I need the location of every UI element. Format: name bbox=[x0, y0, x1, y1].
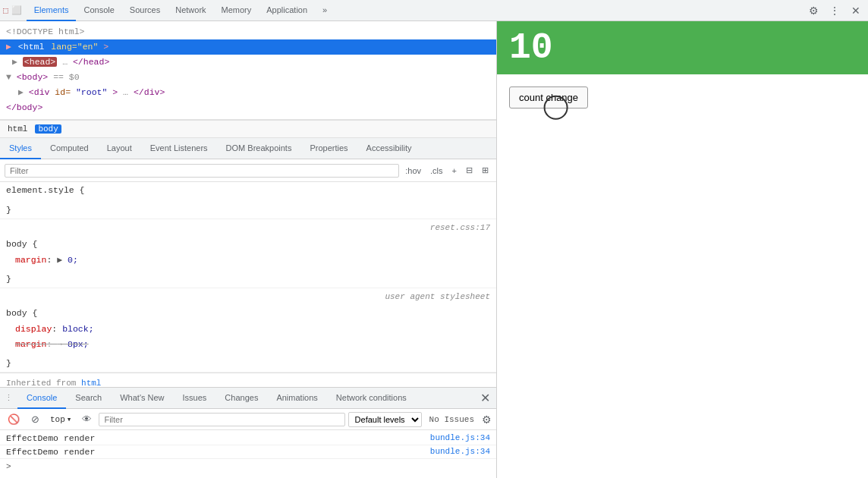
styles-filter-input[interactable] bbox=[5, 164, 399, 178]
console-context-label: top bbox=[50, 415, 65, 424]
console-tab-issues[interactable]: Issues bbox=[174, 388, 216, 409]
console-toolbar: 🚫 ⊘ top ▾ 👁 Default levels No Issues ⚙ bbox=[0, 409, 496, 430]
div-close: > bbox=[112, 87, 118, 97]
app-header: 10 bbox=[497, 21, 868, 74]
devtools-device-icon[interactable]: ⬜ bbox=[11, 5, 22, 15]
add-style-button[interactable]: + bbox=[449, 165, 460, 177]
console-tab-network-conditions[interactable]: Network conditions bbox=[327, 388, 416, 409]
dom-line-html[interactable]: ▶ <html lang="en" > bbox=[0, 39, 496, 55]
sub-tab-dom-breakpoints[interactable]: DOM Breakpoints bbox=[217, 138, 301, 159]
dom-line-body-close: </body> bbox=[0, 100, 496, 115]
console-filter-input[interactable] bbox=[99, 413, 344, 426]
sub-tab-styles[interactable]: Styles bbox=[0, 138, 41, 159]
sub-tab-properties[interactable]: Properties bbox=[300, 138, 357, 159]
div-id-attr: id= bbox=[55, 87, 71, 97]
log-text-2: EffectDemo render bbox=[6, 447, 95, 457]
cls-button[interactable]: .cls bbox=[427, 165, 446, 177]
html-tag-highlight: <html bbox=[17, 42, 46, 52]
count-change-label: count change bbox=[519, 92, 578, 103]
div-ellipsis: … bbox=[123, 87, 134, 97]
console-caret[interactable]: > bbox=[0, 459, 496, 474]
tab-elements[interactable]: Elements bbox=[27, 0, 77, 21]
more-icon[interactable]: ⋮ bbox=[826, 2, 844, 20]
inherited-header: Inherited from html bbox=[0, 373, 496, 387]
console-eye-icon[interactable]: 👁 bbox=[77, 410, 96, 429]
reset-css-props: margin: ▶ 0; bbox=[0, 253, 496, 271]
reset-css-section: reset.css:17 body { margin: ▶ 0; } bbox=[0, 219, 496, 288]
log-link-1[interactable]: bundle.js:34 bbox=[430, 433, 490, 443]
body-arrow: ▼ bbox=[6, 72, 17, 82]
dom-line-head[interactable]: ▶ <head> … </head> bbox=[0, 55, 496, 70]
margin-s-name: margin bbox=[15, 339, 46, 349]
margin-arrow[interactable]: ▶ bbox=[57, 255, 62, 265]
console-panel: ⋮ Console Search What's New Issues Chang… bbox=[0, 387, 496, 478]
display-prop: display: block; bbox=[15, 322, 490, 337]
dom-line-body[interactable]: ▼ <body> == $0 bbox=[0, 70, 496, 85]
tab-memory[interactable]: Memory bbox=[214, 0, 259, 21]
hov-button[interactable]: :hov bbox=[402, 165, 424, 177]
log-text-1: EffectDemo render bbox=[6, 433, 95, 443]
console-tab-whats-new[interactable]: What's New bbox=[111, 388, 173, 409]
user-agent-source: user agent stylesheet bbox=[385, 290, 490, 303]
count-display: 10 bbox=[509, 27, 553, 68]
display-prop-name: display bbox=[15, 324, 52, 334]
div-arrow: ▶ bbox=[18, 87, 29, 97]
main-layout: <!DOCTYPE html> ▶ <html lang="en" > ▶ <h… bbox=[0, 21, 868, 478]
tab-console[interactable]: Console bbox=[76, 0, 121, 21]
count-change-button[interactable]: count change bbox=[509, 86, 588, 108]
console-gear-icon[interactable]: ⚙ bbox=[482, 414, 492, 426]
margin-arrow-icon: → bbox=[57, 339, 68, 349]
app-preview: 10 count change bbox=[497, 21, 868, 478]
html-open-arrow: ▶ bbox=[6, 42, 17, 52]
dom-line-doctype: <!DOCTYPE html> bbox=[0, 24, 496, 39]
display-prop-value: block; bbox=[62, 324, 93, 334]
reset-css-source[interactable]: reset.css:17 bbox=[430, 221, 490, 234]
margin-prop: margin: ▶ 0; bbox=[15, 253, 490, 268]
devtools-panel: <!DOCTYPE html> ▶ <html lang="en" > ▶ <h… bbox=[0, 21, 497, 478]
tab-network[interactable]: Network bbox=[168, 0, 213, 21]
settings-icon[interactable]: ⚙ bbox=[804, 2, 822, 20]
console-tab-animations[interactable]: Animations bbox=[267, 388, 326, 409]
body-selector-2-close: } bbox=[0, 355, 496, 372]
reset-css-header: reset.css:17 bbox=[0, 219, 496, 236]
sub-tab-layout[interactable]: Layout bbox=[98, 138, 141, 159]
log-entry-2: EffectDemo render bundle.js:34 bbox=[0, 445, 496, 459]
styles-filter-bar: :hov .cls + ⊟ ⊞ bbox=[0, 159, 496, 182]
console-context-selector[interactable]: top ▾ bbox=[47, 414, 74, 424]
console-dots-icon[interactable]: ⋮ bbox=[0, 393, 17, 403]
tab-application[interactable]: Application bbox=[259, 0, 315, 21]
tab-more[interactable]: » bbox=[315, 0, 335, 21]
div-open-tag: <div bbox=[29, 87, 55, 97]
html-lang-attr: lang= bbox=[51, 42, 77, 52]
sub-tab-computed[interactable]: Computed bbox=[41, 138, 98, 159]
console-clear-icon[interactable]: 🚫 bbox=[5, 410, 23, 429]
body-dollar: == $0 bbox=[53, 72, 80, 82]
close-icon[interactable]: ✕ bbox=[847, 2, 865, 20]
dom-tree: <!DOCTYPE html> ▶ <html lang="en" > ▶ <h… bbox=[0, 21, 496, 120]
devtools-topbar: ⬚ ⬜ Elements Console Sources Network Mem… bbox=[0, 0, 868, 21]
html-lang-value: "en" bbox=[77, 42, 99, 52]
console-tab-search[interactable]: Search bbox=[66, 388, 111, 409]
body-selector-1-close: } bbox=[0, 271, 496, 288]
style-icon-1[interactable]: ⊟ bbox=[463, 164, 476, 177]
body-selector-2: body { bbox=[0, 305, 496, 322]
default-levels-select[interactable]: Default levels bbox=[348, 412, 422, 427]
console-tab-console[interactable]: Console bbox=[17, 388, 66, 409]
devtools-inspect-icon[interactable]: ⬚ bbox=[3, 5, 8, 15]
dom-line-div-root[interactable]: ▶ <div id= "root" > … </div> bbox=[0, 85, 496, 100]
sub-tab-event-listeners[interactable]: Event Listeners bbox=[141, 138, 217, 159]
tab-sources[interactable]: Sources bbox=[122, 0, 168, 21]
html-inherited-link[interactable]: html bbox=[81, 379, 101, 387]
console-tab-changes[interactable]: Changes bbox=[215, 388, 267, 409]
doctype-text: <!DOCTYPE html> bbox=[6, 27, 85, 36]
console-close-button[interactable]: ✕ bbox=[474, 391, 496, 405]
style-icon-2[interactable]: ⊞ bbox=[479, 164, 492, 177]
console-block-icon[interactable]: ⊘ bbox=[26, 410, 44, 429]
sub-tab-accessibility[interactable]: Accessibility bbox=[357, 138, 421, 159]
log-link-2[interactable]: bundle.js:34 bbox=[430, 447, 490, 457]
breadcrumb-body[interactable]: body bbox=[35, 124, 61, 134]
no-issues-badge: No Issues bbox=[425, 415, 479, 424]
styles-content[interactable]: element.style { } reset.css:17 body { ma… bbox=[0, 182, 496, 387]
breadcrumb-html[interactable]: html bbox=[6, 124, 29, 134]
sub-tabs: Styles Computed Layout Event Listeners D… bbox=[0, 138, 496, 159]
